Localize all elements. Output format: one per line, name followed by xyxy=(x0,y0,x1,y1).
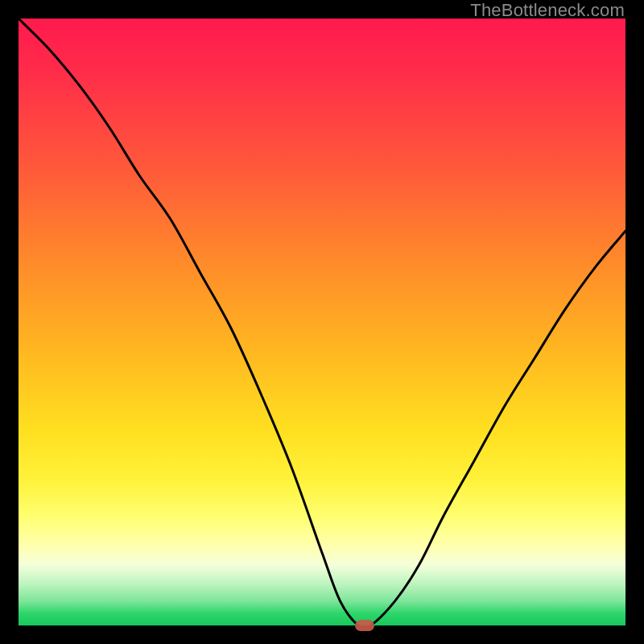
plot-area xyxy=(19,19,625,625)
chart-frame: TheBottleneck.com xyxy=(0,0,644,644)
bottleneck-curve xyxy=(19,19,625,625)
optimal-point-marker xyxy=(355,620,374,631)
curve-path xyxy=(19,19,625,629)
